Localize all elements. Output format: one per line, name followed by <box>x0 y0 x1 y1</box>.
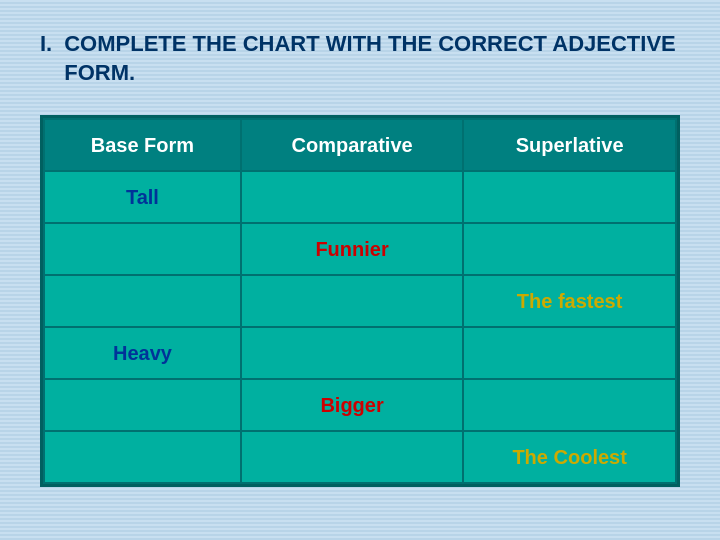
table-row: Bigger <box>44 379 676 431</box>
table-cell <box>241 171 463 223</box>
table-cell <box>241 431 463 483</box>
table-cell: Tall <box>44 171 241 223</box>
page-title: I. COMPLETE THE CHART WITH THE CORRECT A… <box>40 30 680 87</box>
table-row: The Coolest <box>44 431 676 483</box>
table-cell: The Coolest <box>463 431 676 483</box>
adjective-table: Base Form Comparative Superlative TallFu… <box>43 118 677 484</box>
header-row: Base Form Comparative Superlative <box>44 119 676 171</box>
header-superlative: Superlative <box>463 119 676 171</box>
table-cell <box>44 275 241 327</box>
table-body: TallFunnierThe fastestHeavyBiggerThe Coo… <box>44 171 676 483</box>
table-cell: The fastest <box>463 275 676 327</box>
table-cell: Heavy <box>44 327 241 379</box>
table-header: Base Form Comparative Superlative <box>44 119 676 171</box>
table-row: The fastest <box>44 275 676 327</box>
table-cell <box>241 327 463 379</box>
title-text: COMPLETE THE CHART WITH THE CORRECT ADJE… <box>64 30 680 87</box>
table-cell <box>463 171 676 223</box>
table-cell <box>44 379 241 431</box>
adjective-table-wrapper: Base Form Comparative Superlative TallFu… <box>40 115 680 487</box>
table-cell <box>463 223 676 275</box>
header-base-form: Base Form <box>44 119 241 171</box>
table-cell <box>463 379 676 431</box>
table-cell: Funnier <box>241 223 463 275</box>
title-number: I. <box>40 30 52 59</box>
table-cell <box>44 223 241 275</box>
table-cell <box>463 327 676 379</box>
table-row: Tall <box>44 171 676 223</box>
table-cell: Bigger <box>241 379 463 431</box>
table-cell <box>241 275 463 327</box>
table-row: Heavy <box>44 327 676 379</box>
header-comparative: Comparative <box>241 119 463 171</box>
table-row: Funnier <box>44 223 676 275</box>
table-cell <box>44 431 241 483</box>
